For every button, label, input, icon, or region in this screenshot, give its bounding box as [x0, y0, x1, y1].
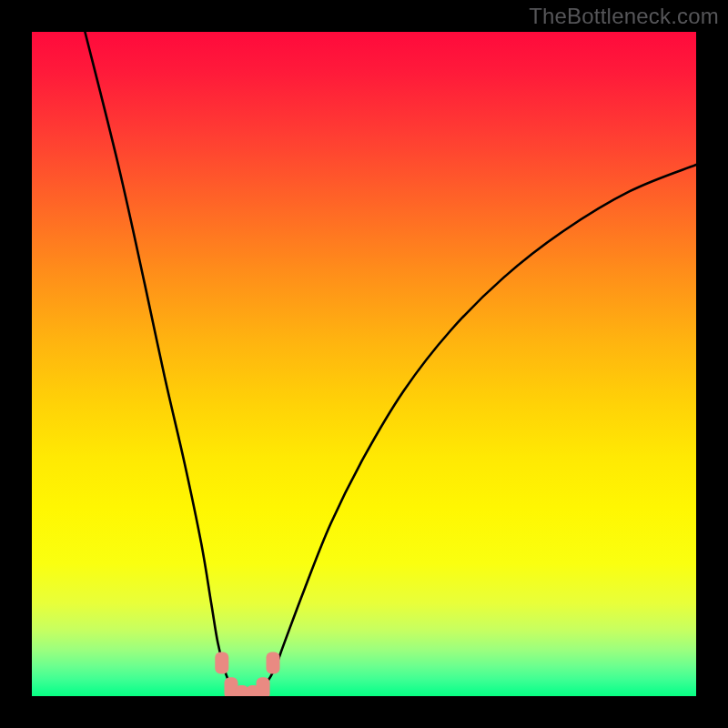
data-marker: [215, 652, 228, 674]
watermark-text: TheBottleneck.com: [529, 4, 719, 29]
marker-layer: [32, 32, 696, 696]
chart-frame: TheBottleneck.com: [0, 0, 728, 728]
plot-area: [32, 32, 696, 696]
data-marker: [266, 652, 279, 674]
data-marker: [257, 677, 270, 696]
